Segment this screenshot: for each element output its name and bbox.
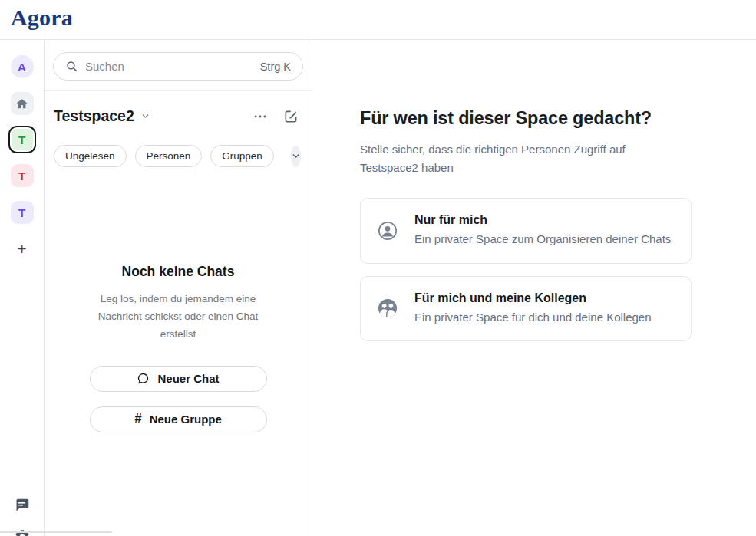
new-chat-button[interactable]: Neuer Chat <box>90 366 267 392</box>
workspace-avatar-selected-ring[interactable]: T <box>8 126 36 153</box>
panel-divider <box>45 90 312 91</box>
filter-chip-personen[interactable]: Personen <box>135 145 203 167</box>
chevron-down-icon <box>291 151 301 161</box>
hash-icon: # <box>134 411 141 426</box>
compose-icon[interactable] <box>283 109 299 124</box>
space-options-ellipsis-icon[interactable] <box>253 109 268 124</box>
home-button[interactable] <box>11 92 34 115</box>
group-icon <box>377 298 398 319</box>
home-icon <box>15 97 28 110</box>
option-card-description: Ein privater Space für dich und deine Ko… <box>414 309 652 327</box>
chevron-down-icon[interactable] <box>140 111 150 121</box>
space-setup-main: Für wen ist dieser Space gedacht? Stelle… <box>312 40 756 536</box>
workspace-avatar-a[interactable]: A <box>11 55 34 78</box>
workspace-avatar-testspace2[interactable]: T <box>12 129 33 150</box>
new-group-label: Neue Gruppe <box>150 413 222 426</box>
cutoff-element-border <box>0 531 112 533</box>
search-input[interactable] <box>85 60 253 73</box>
chat-list-panel: Strg K Testspace2 Ungelesen Perso <box>45 40 312 536</box>
option-card-title: Für mich und meine Kollegen <box>414 291 652 305</box>
option-card-me-and-colleagues[interactable]: Für mich und meine Kollegen Ein privater… <box>360 276 692 342</box>
agora-logo[interactable]: Agora <box>11 5 73 31</box>
empty-state-subtitle: Leg los, indem du jemandem eine Nachrich… <box>81 290 275 344</box>
workspace-avatar-t-red[interactable]: T <box>11 164 34 187</box>
user-circle-icon <box>377 220 398 242</box>
top-header: Agora <box>0 0 756 40</box>
page-title: Für wen ist dieser Space gedacht? <box>360 108 756 129</box>
option-card-just-me[interactable]: Nur für mich Ein privater Space zum Orga… <box>360 198 692 264</box>
option-card-title: Nur für mich <box>414 213 671 227</box>
search-bar[interactable]: Strg K <box>53 52 303 81</box>
option-card-description: Ein privater Space zum Organisieren dein… <box>414 231 671 248</box>
new-chat-label: Neuer Chat <box>157 372 219 385</box>
page-subtitle: Stelle sicher, dass die richtigen Person… <box>360 140 650 177</box>
search-shortcut-hint: Strg K <box>260 61 291 73</box>
speech-bubble-icon <box>137 372 150 385</box>
workspace-avatar-t-purple[interactable]: T <box>11 201 34 224</box>
add-workspace-button[interactable]: + <box>11 238 34 261</box>
feedback-message-icon[interactable] <box>14 497 30 513</box>
filter-chip-ungelesen[interactable]: Ungelesen <box>54 145 127 167</box>
filter-chip-gruppen[interactable]: Gruppen <box>210 145 274 167</box>
search-icon <box>65 60 78 73</box>
empty-state-title: Noch keine Chats <box>45 264 312 280</box>
app-window: Agora A T T T + <box>0 0 756 536</box>
workspace-rail: A T T T + <box>0 40 45 536</box>
space-title[interactable]: Testspace2 <box>54 107 134 125</box>
new-group-button[interactable]: # Neue Gruppe <box>90 406 267 432</box>
empty-state: Noch keine Chats Leg los, indem du jeman… <box>45 264 312 344</box>
filters-expand-button[interactable] <box>291 146 301 167</box>
